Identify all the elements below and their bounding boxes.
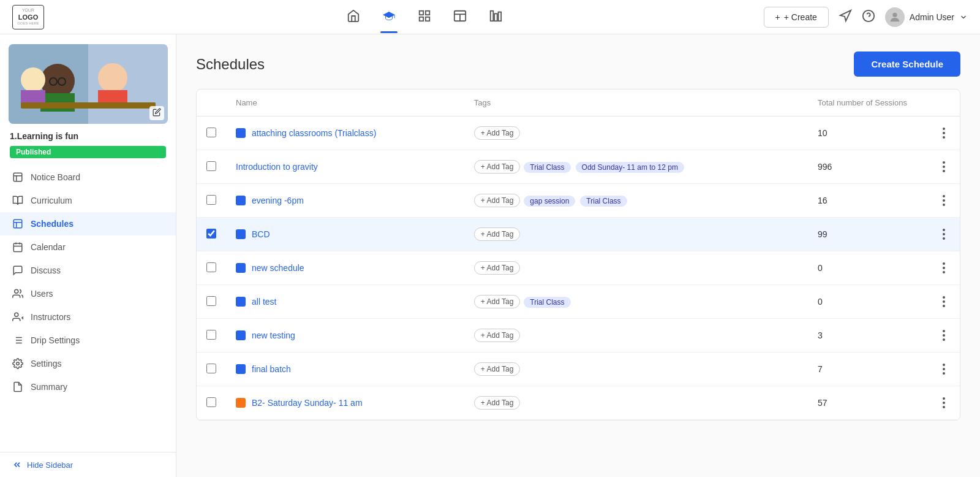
row-checkbox[interactable] <box>206 128 216 137</box>
create-label: + Create <box>784 12 817 22</box>
svg-point-36 <box>15 313 18 316</box>
main-content: Schedules Create Schedule Name Tags Tota… <box>176 34 980 477</box>
row-more-button[interactable] <box>940 226 948 242</box>
add-tag-button[interactable]: + Add Tag <box>474 362 521 376</box>
nav-table[interactable] <box>451 7 469 27</box>
sidebar-item-calendar[interactable]: Calendar <box>0 235 176 259</box>
course-thumbnail <box>9 44 168 124</box>
sidebar-label: Calendar <box>31 242 66 252</box>
table-row: new schedule+ Add Tag0 <box>197 251 960 285</box>
table-row: Introduction to gravity+ Add TagTrial Cl… <box>197 150 960 184</box>
add-tag-button[interactable]: + Add Tag <box>474 329 521 342</box>
nav-home[interactable] <box>344 7 363 27</box>
row-checkbox[interactable] <box>206 397 216 407</box>
row-more-button[interactable] <box>940 294 948 310</box>
user-menu[interactable]: Admin User <box>885 7 968 27</box>
svg-rect-9 <box>499 12 502 21</box>
color-indicator <box>236 364 246 374</box>
row-more-button[interactable] <box>940 327 948 343</box>
create-schedule-button[interactable]: Create Schedule <box>854 52 960 77</box>
instructors-icon <box>12 311 23 322</box>
main-layout: 1.Learning is fun Published Notice Board… <box>0 34 980 477</box>
row-checkbox[interactable] <box>206 229 216 238</box>
schedules-table: Name Tags Total number of Sessions attac… <box>196 89 960 421</box>
schedule-name-link[interactable]: new schedule <box>236 263 454 273</box>
row-checkbox[interactable] <box>206 330 216 340</box>
add-tag-button[interactable]: + Add Tag <box>474 227 521 241</box>
announcement-icon[interactable] <box>839 9 852 25</box>
row-checkbox[interactable] <box>206 195 216 205</box>
table-row: all test+ Add TagTrial Class0 <box>197 285 960 319</box>
course-title: 1.Learning is fun <box>0 129 176 143</box>
row-checkbox[interactable] <box>206 161 216 171</box>
add-tag-button[interactable]: + Add Tag <box>474 295 521 308</box>
schedule-name-link[interactable]: Introduction to gravity <box>236 162 454 172</box>
row-more-button[interactable] <box>940 260 948 276</box>
sidebar-item-summary[interactable]: Summary <box>0 375 176 399</box>
row-checkbox[interactable] <box>206 262 216 272</box>
nav-grid[interactable] <box>415 7 434 27</box>
hide-sidebar-button[interactable]: Hide Sidebar <box>0 452 176 477</box>
row-more-button[interactable] <box>940 361 948 377</box>
sidebar-item-discuss[interactable]: Discuss <box>0 259 176 282</box>
schedule-name-text: B2- Saturday Sunday- 11 am <box>252 398 363 408</box>
add-tag-button[interactable]: + Add Tag <box>474 126 521 140</box>
schedule-name-text: final batch <box>252 364 291 374</box>
sidebar-item-users[interactable]: Users <box>0 282 176 305</box>
edit-image-button[interactable] <box>149 106 164 120</box>
sidebar-item-settings[interactable]: Settings <box>0 352 176 375</box>
color-indicator <box>236 297 246 307</box>
logo-area[interactable]: YOUR LOGO GOES HERE <box>12 5 86 29</box>
tags-cell: + Add TagTrial ClassOdd Sunday- 11 am to… <box>474 160 798 174</box>
schedule-name-text: BCD <box>252 229 270 239</box>
table-row: final batch+ Add Tag7 <box>197 353 960 386</box>
sidebar-item-curriculum[interactable]: Curriculum <box>0 189 176 212</box>
sidebar-nav: Notice Board Curriculum Schedules Calend… <box>0 163 176 452</box>
sessions-count: 57 <box>818 398 827 408</box>
add-tag-button[interactable]: + Add Tag <box>474 160 521 174</box>
schedule-name-link[interactable]: B2- Saturday Sunday- 11 am <box>236 398 454 408</box>
curriculum-icon <box>12 195 23 206</box>
col-name-header: Name <box>226 90 464 116</box>
col-tags-header: Tags <box>464 90 808 116</box>
col-actions-header <box>930 90 960 116</box>
sidebar-label: Drip Settings <box>31 335 80 345</box>
support-icon[interactable] <box>862 9 875 25</box>
sessions-count: 7 <box>818 364 823 374</box>
col-sessions-header: Total number of Sessions <box>808 90 930 116</box>
sidebar-item-drip-settings[interactable]: Drip Settings <box>0 329 176 352</box>
chevron-down-icon <box>959 13 968 21</box>
svg-rect-25 <box>13 173 22 181</box>
top-navigation: YOUR LOGO GOES HERE + + Create <box>0 0 980 34</box>
schedule-name-link[interactable]: all test <box>236 297 454 307</box>
add-tag-button[interactable]: + Add Tag <box>474 396 521 410</box>
sidebar-item-schedules[interactable]: Schedules <box>0 212 176 235</box>
sidebar-label: Instructors <box>31 312 70 322</box>
svg-point-19 <box>21 67 45 92</box>
nav-learning[interactable] <box>380 7 398 27</box>
sidebar-item-notice-board[interactable]: Notice Board <box>0 166 176 189</box>
row-more-button[interactable] <box>940 159 948 175</box>
schedule-name-text: new schedule <box>252 263 304 273</box>
row-checkbox[interactable] <box>206 296 216 306</box>
tag-chip: Trial Class <box>580 196 627 207</box>
add-tag-button[interactable]: + Add Tag <box>474 261 521 275</box>
schedule-name-link[interactable]: final batch <box>236 364 454 374</box>
add-tag-button[interactable]: + Add Tag <box>474 194 521 207</box>
avatar <box>885 7 905 27</box>
schedule-name-link[interactable]: evening -6pm <box>236 196 454 205</box>
table-row: B2- Saturday Sunday- 11 am+ Add Tag57 <box>197 386 960 420</box>
row-more-button[interactable] <box>940 125 948 141</box>
row-more-button[interactable] <box>940 395 948 411</box>
create-button[interactable]: + + Create <box>764 7 829 28</box>
sidebar-item-instructors[interactable]: Instructors <box>0 305 176 329</box>
col-checkbox-header <box>197 90 226 116</box>
row-more-button[interactable] <box>940 193 948 208</box>
schedule-name-link[interactable]: BCD <box>236 229 454 239</box>
sessions-count: 99 <box>818 229 827 239</box>
course-image[interactable] <box>9 44 168 124</box>
nav-chart[interactable] <box>486 7 505 27</box>
row-checkbox[interactable] <box>206 364 216 373</box>
schedule-name-link[interactable]: new testing <box>236 330 454 340</box>
schedule-name-link[interactable]: attaching classrooms (Trialclass) <box>236 128 454 138</box>
